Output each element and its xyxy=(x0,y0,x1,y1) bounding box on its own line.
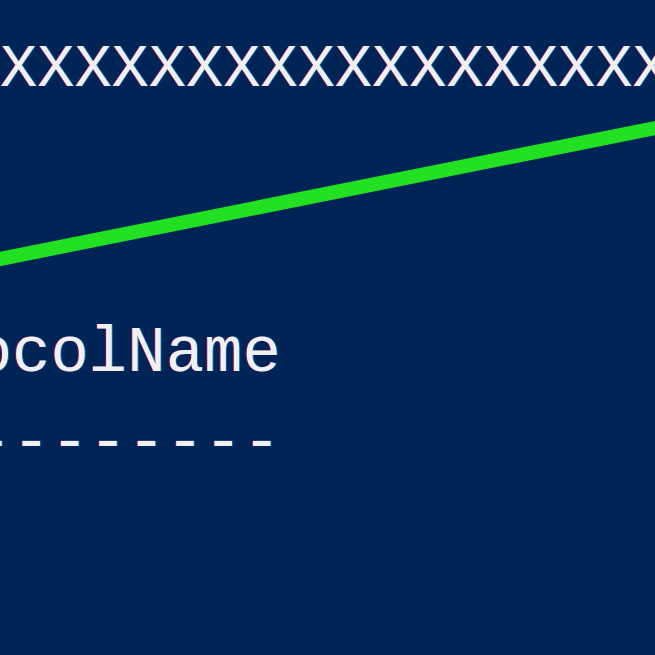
annotation-stroke xyxy=(0,113,655,272)
masked-output-line: XXXXXXXXXXXXXXXXXXX xyxy=(0,34,655,105)
column-header-protocolname: ProtocolName xyxy=(0,318,281,390)
column-header-underline: ------------ xyxy=(0,408,281,480)
powershell-console-snippet: XXXXXXXXXXXXXXXXXXX ProtocolName -------… xyxy=(0,0,655,655)
